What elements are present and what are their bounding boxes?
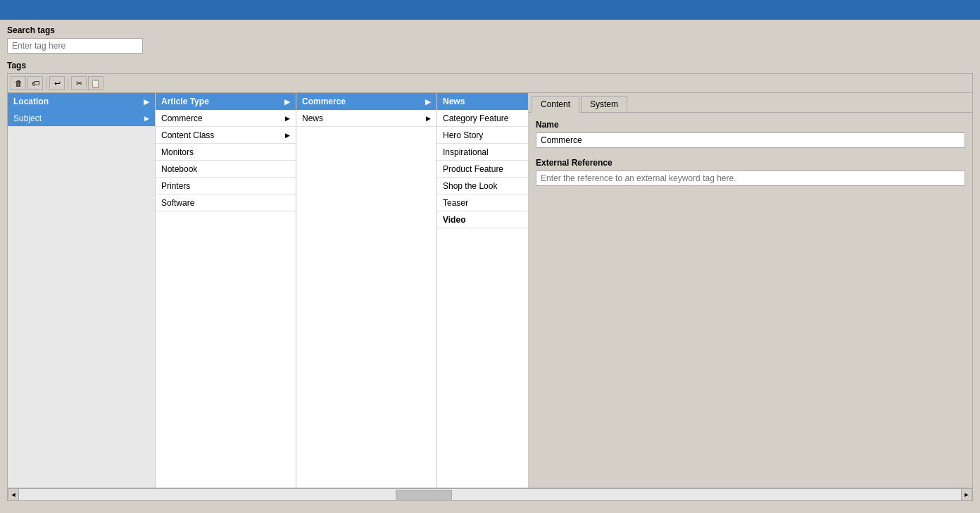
scroll-thumb[interactable] bbox=[396, 490, 452, 500]
commerce-header-arrow: ▶ bbox=[425, 98, 431, 106]
article-type-header: Article Type ▶ bbox=[156, 93, 296, 110]
commerce-column: Commerce ▶ News ▶ bbox=[296, 93, 437, 488]
copy-button[interactable]: 📋 bbox=[88, 76, 103, 90]
article-type-column: Article Type ▶ Commerce ▶ Content Class … bbox=[156, 93, 296, 488]
location-header: Location ▶ bbox=[8, 93, 155, 110]
tab-system[interactable]: System bbox=[581, 96, 627, 112]
commerce-item-news[interactable]: News ▶ bbox=[296, 110, 436, 127]
article-type-item-printers[interactable]: Printers bbox=[156, 178, 296, 194]
news-item-category-feature[interactable]: Category Feature bbox=[437, 110, 528, 127]
delete-button[interactable]: 🗑 bbox=[11, 76, 26, 90]
external-reference-input[interactable] bbox=[536, 171, 965, 186]
cut-button[interactable]: ✂ bbox=[71, 76, 87, 90]
article-type-item-commerce[interactable]: Commerce ▶ bbox=[156, 110, 296, 127]
toolbar-separator-1 bbox=[46, 77, 46, 89]
article-type-item-notebook[interactable]: Notebook bbox=[156, 161, 296, 178]
scroll-left-arrow[interactable]: ◄ bbox=[8, 488, 19, 501]
news-item-teaser[interactable]: Teaser bbox=[437, 194, 528, 211]
news-header: News bbox=[437, 93, 528, 110]
tags-label: Tags bbox=[7, 61, 973, 70]
news-item-video[interactable]: Video bbox=[437, 211, 528, 228]
article-type-item-software[interactable]: Software bbox=[156, 194, 296, 211]
detail-panel: Content System Name External Reference bbox=[529, 93, 972, 488]
location-column: Location ▶ Subject ▶ bbox=[8, 93, 156, 488]
name-field-input[interactable] bbox=[536, 132, 965, 148]
top-bar bbox=[0, 0, 980, 20]
commerce-header: Commerce ▶ bbox=[296, 93, 436, 110]
article-type-header-arrow: ▶ bbox=[284, 98, 290, 106]
news-item-hero-story[interactable]: Hero Story bbox=[437, 127, 528, 144]
commerce-arrow: ▶ bbox=[285, 115, 290, 122]
undo-button[interactable]: ↩ bbox=[49, 76, 65, 90]
scroll-right-arrow[interactable]: ► bbox=[961, 488, 972, 501]
location-header-arrow: ▶ bbox=[144, 98, 149, 106]
article-type-item-monitors[interactable]: Monitors bbox=[156, 144, 296, 161]
subject-arrow: ▶ bbox=[144, 115, 149, 122]
article-type-item-content-class[interactable]: Content Class ▶ bbox=[156, 127, 296, 144]
news-item-product-feature[interactable]: Product Feature bbox=[437, 161, 528, 178]
news-item-shop-the-look[interactable]: Shop the Look bbox=[437, 178, 528, 194]
scroll-track[interactable] bbox=[19, 488, 961, 501]
search-input[interactable] bbox=[7, 38, 143, 54]
toolbar-separator-2 bbox=[68, 77, 68, 89]
news-item-inspirational[interactable]: Inspirational bbox=[437, 144, 528, 161]
search-tags-label: Search tags bbox=[7, 25, 973, 35]
external-reference-label: External Reference bbox=[536, 158, 965, 168]
tab-content[interactable]: Content bbox=[532, 96, 579, 113]
news-arrow: ▶ bbox=[426, 115, 431, 122]
news-column: News Category Feature Hero Story Inspira… bbox=[437, 93, 529, 488]
location-item-subject[interactable]: Subject ▶ bbox=[8, 110, 155, 127]
content-class-arrow: ▶ bbox=[285, 132, 290, 139]
tag-button[interactable]: 🏷 bbox=[27, 76, 43, 90]
name-field-label: Name bbox=[536, 120, 965, 130]
